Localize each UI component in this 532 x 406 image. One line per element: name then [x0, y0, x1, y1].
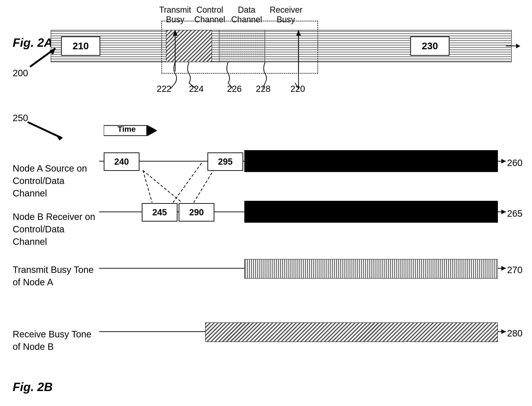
- node-a-label: Node A Source on Control/Data Channel: [13, 150, 96, 199]
- svg-marker-16: [501, 329, 506, 334]
- time-arrow-svg: Time: [104, 123, 157, 138]
- ref-270: 270: [507, 265, 523, 275]
- node-b-label: Node B Receiver on Control/Data Channel: [13, 198, 96, 248]
- svg-marker-12: [501, 210, 506, 214]
- svg-line-18: [143, 170, 182, 203]
- box-230: 230: [410, 36, 450, 56]
- ref-220: 220: [290, 84, 305, 94]
- ref-200: 200: [13, 68, 28, 78]
- svg-marker-10: [501, 159, 506, 164]
- ref-222: 222: [157, 84, 171, 94]
- receive-busy-tone-block: [205, 322, 498, 342]
- svg-text:Time: Time: [118, 125, 136, 133]
- box-245: 245: [142, 203, 178, 222]
- ref-226: 226: [227, 84, 242, 94]
- ref-260: 260: [507, 158, 523, 168]
- ref-224: 224: [189, 84, 203, 94]
- svg-line-7: [28, 122, 62, 138]
- timeline-arrow-2a: [506, 46, 520, 46]
- transmit-busy-tone-label: Transmit Busy Tone of Node A: [13, 251, 96, 288]
- transmit-busy-tone-block: [244, 259, 498, 279]
- receive-busy-tone-label: Receive Busy Tone of Node B: [13, 316, 96, 353]
- node-a-data-block: [244, 150, 498, 172]
- control-channel-block: [166, 30, 212, 62]
- ref-228: 228: [256, 84, 270, 94]
- box-295: 295: [207, 152, 243, 171]
- svg-marker-23: [146, 125, 157, 136]
- svg-line-19: [173, 161, 203, 203]
- ref-280: 280: [507, 328, 523, 339]
- node-b-data-block: [244, 201, 498, 223]
- svg-line-17: [143, 170, 152, 203]
- box-290: 290: [179, 203, 214, 222]
- ref-265: 265: [507, 208, 523, 219]
- box-240: 240: [104, 152, 139, 171]
- data-channel-block: [219, 30, 265, 62]
- box-210: 210: [61, 36, 100, 56]
- fig2a-label: Fig. 2A: [13, 36, 52, 50]
- fig2b-label: Fig. 2B: [13, 380, 52, 394]
- svg-marker-14: [501, 266, 506, 271]
- ref-250: 250: [13, 113, 28, 123]
- svg-marker-8: [56, 136, 62, 140]
